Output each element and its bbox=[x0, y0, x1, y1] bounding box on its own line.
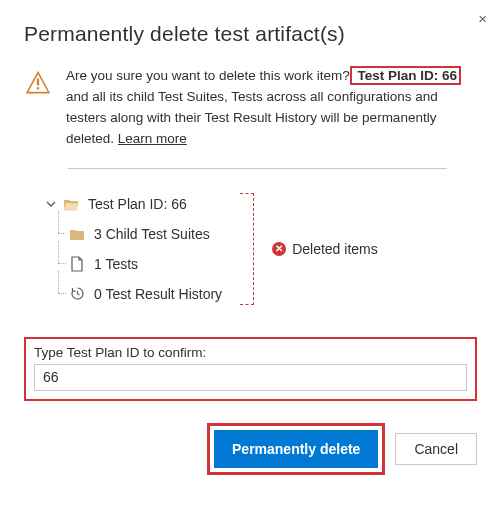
button-row: Permanently delete Cancel bbox=[24, 423, 477, 475]
folder-open-icon bbox=[62, 197, 80, 211]
tree-child-tests[interactable]: 1 Tests bbox=[68, 249, 222, 279]
tree-area: Test Plan ID: 66 3 Child Test Suites 1 T… bbox=[46, 189, 477, 309]
separator bbox=[68, 168, 447, 169]
error-icon: ✕ bbox=[272, 242, 286, 256]
tree-child-suites[interactable]: 3 Child Test Suites bbox=[68, 219, 222, 249]
learn-more-link[interactable]: Learn more bbox=[118, 131, 187, 146]
deleted-items-label: ✕ Deleted items bbox=[272, 241, 378, 257]
tree-child-history[interactable]: 0 Test Result History bbox=[68, 279, 222, 309]
history-icon bbox=[68, 286, 86, 301]
warning-text-before: Are you sure you want to delete this wor… bbox=[66, 68, 350, 83]
dialog-title: Permanently delete test artifact(s) bbox=[24, 22, 477, 46]
confirm-block: Type Test Plan ID to confirm: bbox=[24, 337, 477, 401]
cancel-button[interactable]: Cancel bbox=[395, 433, 477, 465]
file-icon bbox=[68, 256, 86, 272]
tree-root-row[interactable]: Test Plan ID: 66 bbox=[46, 189, 222, 219]
warning-highlight: Test Plan ID: 66 bbox=[350, 66, 461, 85]
chevron-down-icon bbox=[46, 196, 56, 212]
svg-rect-1 bbox=[37, 87, 39, 89]
folder-icon bbox=[68, 227, 86, 241]
deleted-items-text: Deleted items bbox=[292, 241, 378, 257]
confirm-input[interactable] bbox=[34, 364, 467, 391]
warning-icon bbox=[24, 68, 52, 99]
close-icon[interactable]: × bbox=[474, 6, 491, 31]
artifact-tree: Test Plan ID: 66 3 Child Test Suites 1 T… bbox=[46, 189, 222, 309]
confirm-label: Type Test Plan ID to confirm: bbox=[34, 345, 467, 360]
permanently-delete-button[interactable]: Permanently delete bbox=[214, 430, 378, 468]
annotation-bracket bbox=[240, 193, 254, 305]
warning-text: Are you sure you want to delete this wor… bbox=[66, 66, 477, 150]
svg-rect-0 bbox=[37, 79, 39, 86]
tree-child-label: 3 Child Test Suites bbox=[94, 226, 210, 242]
warning-row: Are you sure you want to delete this wor… bbox=[24, 66, 477, 150]
delete-artifacts-dialog: × Permanently delete test artifact(s) Ar… bbox=[0, 0, 501, 493]
tree-root-label: Test Plan ID: 66 bbox=[88, 196, 187, 212]
tree-child-label: 1 Tests bbox=[94, 256, 138, 272]
tree-child-label: 0 Test Result History bbox=[94, 286, 222, 302]
primary-button-highlight: Permanently delete bbox=[207, 423, 385, 475]
